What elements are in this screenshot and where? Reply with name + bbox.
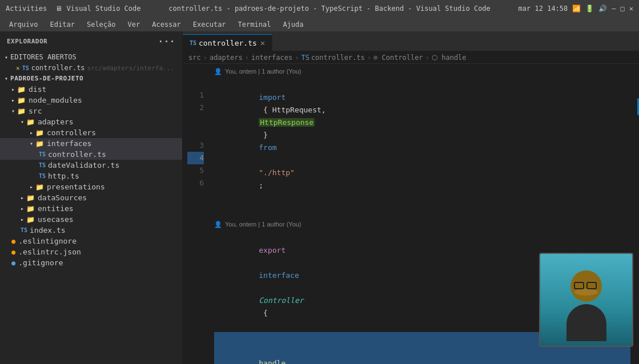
annotation-line3: 👤 You, ontem | 1 author (You) xyxy=(214,217,630,232)
project-section[interactable]: PADROES-DE-PROJETO xyxy=(0,73,182,84)
menu-ajuda[interactable]: Ajuda xyxy=(278,19,308,30)
tree-item-data-sources[interactable]: 📁 dataSources xyxy=(0,192,182,203)
controllers-label: controllers xyxy=(47,128,96,137)
battery-icon: 🔋 xyxy=(585,5,594,13)
tree-item-node-modules[interactable]: 📁 node_modules xyxy=(0,95,182,106)
tree-item-src[interactable]: 📁 src xyxy=(0,106,182,116)
tree-item-entities[interactable]: 📁 entities xyxy=(0,203,182,214)
tab-filename: controller.ts xyxy=(199,39,257,47)
gitignore-icon: ● xyxy=(11,259,15,267)
code-semi: ; xyxy=(259,181,263,189)
code-line-1: import { HttpRequest, HttpResponse } fro… xyxy=(214,79,630,204)
sound-icon: 🔊 xyxy=(598,5,607,13)
tree-item-index-ts[interactable]: TS index.ts xyxy=(0,225,182,236)
annotation-text-2: You, ontem | 1 author (You) xyxy=(225,218,302,230)
dist-chevron xyxy=(11,86,15,92)
tab-bar: TS controller.ts ✕ xyxy=(183,31,639,51)
open-editors-section[interactable]: EDITORES ABERTOS xyxy=(0,51,182,63)
entities-label: entities xyxy=(38,204,74,213)
presentations-folder-icon: 📁 xyxy=(35,183,44,191)
maximize-button[interactable]: □ xyxy=(621,5,625,13)
adapters-chevron xyxy=(21,119,24,125)
main-layout: EXPLORADOR ··· EDITORES ABERTOS ✕ TS con… xyxy=(0,31,639,364)
str-http: "./http" xyxy=(259,168,295,177)
breadcrumb-sep-2: › xyxy=(245,54,249,62)
node-modules-chevron xyxy=(11,97,15,103)
breadcrumb-adapters[interactable]: adapters xyxy=(210,54,243,62)
close-button[interactable]: ✕ xyxy=(629,5,633,13)
menu-selecao[interactable]: Seleção xyxy=(82,19,120,30)
menu-terminal[interactable]: Terminal xyxy=(234,19,276,30)
code-container[interactable]: 1 2 3 4 5 6 👤 You, ontem | 1 author (You… xyxy=(183,64,639,364)
breadcrumb-src[interactable]: src xyxy=(188,54,201,62)
editor-area: TS controller.ts ✕ src › adapters › inte… xyxy=(183,31,639,364)
controller-ts-badge: TS xyxy=(39,151,46,157)
tab-close-button[interactable]: ✕ xyxy=(260,38,265,47)
editor-tab-controller[interactable]: TS controller.ts ✕ xyxy=(183,34,272,51)
dist-folder-icon: 📁 xyxy=(17,86,26,94)
breadcrumb-file[interactable]: controller.ts xyxy=(311,54,365,62)
tree-item-presentations[interactable]: 📁 presentations xyxy=(0,181,182,192)
tree-item-dist[interactable]: 📁 dist xyxy=(0,84,182,95)
activities-label[interactable]: Activities xyxy=(6,5,47,13)
vscode-label[interactable]: 🖥 Visual Studio Code xyxy=(55,5,140,13)
tree-item-usecases[interactable]: 📁 usecases xyxy=(0,214,182,225)
open-editors-chevron xyxy=(5,54,8,60)
open-editor-item-controller[interactable]: ✕ TS controller.ts src/adapters/interfa.… xyxy=(0,63,182,73)
line-num-3: 3 xyxy=(187,139,204,152)
titlebar-right: mar 12 14:58 📶 🔋 🔊 — □ ✕ xyxy=(519,5,633,13)
data-sources-folder-icon: 📁 xyxy=(26,194,35,202)
controller-ts-label: controller.ts xyxy=(48,150,106,159)
tree-item-adapters[interactable]: 📁 adapters xyxy=(0,116,182,127)
tree-item-interfaces[interactable]: 📁 interfaces xyxy=(0,138,182,149)
kw-interface: interface xyxy=(259,271,299,280)
breadcrumb-interfaces[interactable]: interfaces xyxy=(251,54,292,62)
line-num-blank: 2 xyxy=(187,102,204,114)
minimize-button[interactable]: — xyxy=(612,5,616,13)
tree-item-eslintignore[interactable]: ● .eslintignore xyxy=(0,236,182,246)
src-label: src xyxy=(29,107,42,115)
interfaces-chevron xyxy=(30,140,33,147)
breadcrumb-ts-label[interactable]: TS xyxy=(301,54,309,62)
interfaces-folder-icon: 📁 xyxy=(35,140,44,148)
breadcrumb-controller[interactable]: ⊙ Controller xyxy=(373,54,423,62)
webcam-person xyxy=(540,254,632,346)
usecases-label: usecases xyxy=(38,215,74,224)
datetime-label: mar 12 14:58 xyxy=(519,5,568,13)
titlebar: Activities 🖥 Visual Studio Code controll… xyxy=(0,0,639,17)
tree-item-date-validator[interactable]: TS dateValidator.ts xyxy=(0,160,182,171)
index-ts-badge: TS xyxy=(21,227,27,233)
interfaces-label: interfaces xyxy=(47,139,91,148)
minimap xyxy=(636,64,639,364)
tree-item-gitignore[interactable]: ● .gitignore xyxy=(0,257,182,268)
wifi-icon: 📶 xyxy=(572,5,581,13)
breadcrumb-sep-4: › xyxy=(367,54,371,62)
adapters-folder-icon: 📁 xyxy=(26,118,35,126)
date-validator-label: dateValidator.ts xyxy=(48,161,119,169)
data-sources-label: dataSources xyxy=(38,193,87,202)
annotation-icon-1: 👤 xyxy=(214,65,222,78)
menu-executar[interactable]: Executar xyxy=(188,19,231,30)
line-num-5: 5 xyxy=(187,164,204,177)
breadcrumb-sep-3: › xyxy=(295,54,299,62)
interface-name: Controller xyxy=(259,296,303,305)
eslintrc-icon: ● xyxy=(11,248,15,256)
src-folder-icon: 📁 xyxy=(17,107,26,115)
breadcrumb-sep-1: › xyxy=(203,54,207,62)
tab-ts-badge: TS xyxy=(190,40,196,46)
project-label: PADROES-DE-PROJETO xyxy=(10,75,83,82)
menu-ver[interactable]: Ver xyxy=(123,19,145,30)
sidebar-menu-button[interactable]: ··· xyxy=(158,36,175,47)
line-num-6: 6 xyxy=(187,177,204,189)
tree-item-eslintrc[interactable]: ● .eslintrc.json xyxy=(0,246,182,257)
tree-item-controller-ts[interactable]: TS controller.ts xyxy=(0,149,182,160)
http-ts-badge: TS xyxy=(39,173,46,179)
code-brace-2: } xyxy=(259,131,272,139)
menu-arquivo[interactable]: Arquivo xyxy=(5,19,43,30)
breadcrumb-handle[interactable]: ⬡ handle xyxy=(432,54,467,62)
close-editor-icon[interactable]: ✕ xyxy=(16,64,20,72)
menu-acessar[interactable]: Acessar xyxy=(147,19,186,30)
menu-editar[interactable]: Editar xyxy=(46,19,79,30)
tree-item-http-ts[interactable]: TS http.ts xyxy=(0,171,182,181)
tree-item-controllers[interactable]: 📁 controllers xyxy=(0,127,182,138)
